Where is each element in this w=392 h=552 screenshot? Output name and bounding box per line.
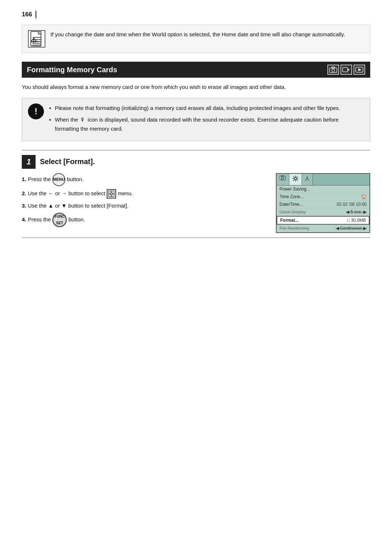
step-instruction-1: 1. Press the MENU button. bbox=[22, 173, 267, 186]
step-instruction-3: 3. Use the ▲ or ▼ button to select [Form… bbox=[22, 201, 267, 210]
section-title: Formatting Memory Cards bbox=[27, 66, 117, 74]
svg-marker-11 bbox=[348, 69, 350, 71]
svg-line-29 bbox=[297, 180, 298, 181]
cam-tab-settings bbox=[289, 174, 302, 185]
cam-row-power: Power Saving... bbox=[277, 185, 369, 193]
cam-row-clockdisplay: Clock Display◀ 5 sec. ▶ bbox=[277, 208, 369, 216]
video-icon bbox=[340, 65, 352, 75]
svg-line-28 bbox=[293, 176, 294, 177]
cam-tab-camera bbox=[277, 174, 289, 185]
warning-bullet-1: Please note that formatting (initializin… bbox=[49, 103, 364, 113]
cam-row-filenumbering: File Numbering◀ Continuous ▶ bbox=[277, 225, 369, 232]
step-instructions: 1. Press the MENU button. 2. Use the ← o… bbox=[22, 173, 267, 229]
step-instruction-4: 4. Press the FUNCSET button. bbox=[22, 213, 267, 227]
svg-point-23 bbox=[294, 177, 297, 180]
play-icon bbox=[354, 65, 365, 75]
note-box-top: If you change the date and time when the… bbox=[22, 25, 370, 53]
section-intro: You should always format a new memory ca… bbox=[22, 83, 370, 91]
note-top-text: If you change the date and time when the… bbox=[50, 30, 345, 39]
step-header: 1 Select [Format]. bbox=[22, 155, 370, 169]
step-number: 1 bbox=[22, 155, 36, 169]
cam-tab-person: 人 bbox=[302, 174, 313, 185]
menu-button[interactable]: MENU bbox=[52, 173, 65, 186]
func-button[interactable]: FUNCSET bbox=[52, 213, 67, 227]
step-section: 1 Select [Format]. 1. Press the MENU but… bbox=[22, 150, 370, 238]
svg-marker-13 bbox=[358, 68, 362, 71]
warning-bullet-2: When the 🎙 icon is displayed, sound data… bbox=[49, 115, 364, 134]
warning-icon: ! bbox=[28, 103, 44, 119]
svg-point-8 bbox=[332, 69, 335, 72]
svg-rect-9 bbox=[332, 67, 335, 68]
step-instruction-2: 2. Use the ← or → button to select menu. bbox=[22, 188, 267, 199]
cam-row-format: Format...□ 30.0MB bbox=[277, 216, 369, 225]
settings-icon bbox=[107, 189, 116, 199]
step-body: 1. Press the MENU button. 2. Use the ← o… bbox=[22, 173, 370, 233]
section-icons bbox=[327, 65, 365, 75]
cam-row-timezone: Time Zone...🏠 bbox=[277, 193, 369, 201]
camera-tabs: 人 bbox=[277, 174, 369, 185]
svg-line-31 bbox=[293, 180, 294, 181]
step-title: Select [Format]. bbox=[40, 158, 95, 166]
camera-screen-preview: 人 Power Saving... Time Zone...🏠 Date/Tim… bbox=[276, 173, 370, 233]
note-doc-icon bbox=[28, 30, 45, 48]
camera-icon bbox=[327, 65, 339, 75]
section-header: Formatting Memory Cards bbox=[22, 62, 370, 78]
svg-line-30 bbox=[297, 176, 298, 177]
cam-row-datetime: Date/Time...02.02.'08 10:00 bbox=[277, 201, 369, 208]
mic-icon: 🎙 bbox=[80, 117, 85, 123]
page-number: 166 bbox=[22, 11, 36, 18]
warning-box: ! Please note that formatting (initializ… bbox=[22, 98, 370, 141]
svg-point-21 bbox=[281, 177, 283, 179]
warning-content: Please note that formatting (initializin… bbox=[49, 103, 364, 136]
svg-rect-10 bbox=[343, 68, 348, 72]
